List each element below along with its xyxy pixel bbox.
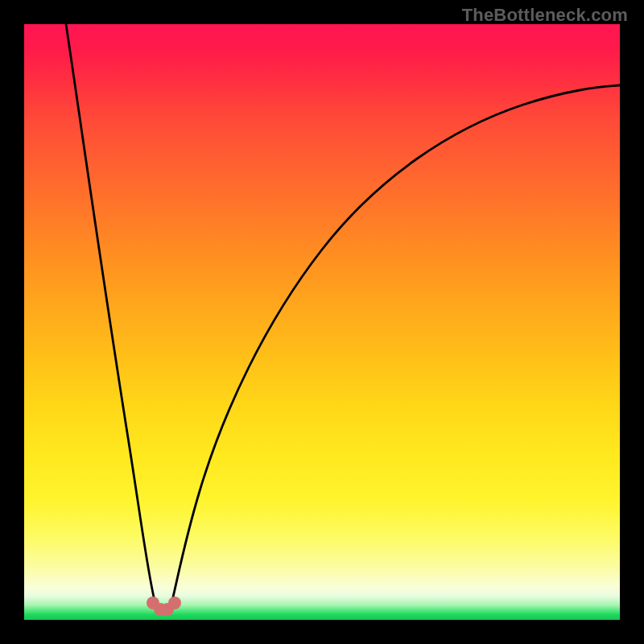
curve-right-branch — [172, 85, 620, 601]
chart-frame — [24, 24, 620, 620]
curve-left-branch — [66, 24, 155, 601]
valley-marker-dot — [168, 597, 181, 609]
valley-marker-group — [147, 597, 181, 616]
chart-plot-svg — [24, 24, 620, 620]
watermark-text: TheBottleneck.com — [462, 5, 628, 26]
